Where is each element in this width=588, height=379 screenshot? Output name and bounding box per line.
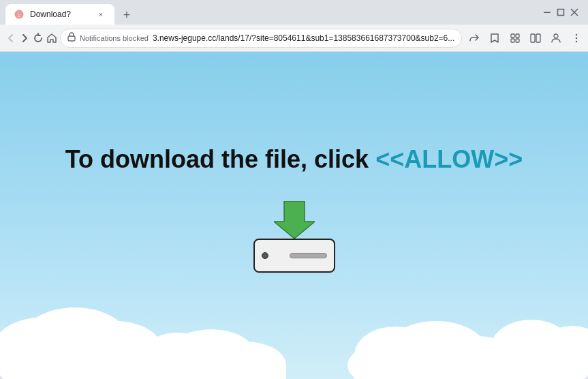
bookmark-button[interactable] [485, 29, 504, 48]
clouds-bottom [0, 270, 588, 379]
svg-rect-11 [531, 34, 535, 42]
svg-point-15 [576, 37, 577, 38]
svg-rect-8 [516, 34, 519, 37]
tab-title: Download? [30, 10, 90, 19]
active-tab[interactable]: ↓ Download? × [5, 4, 114, 25]
url-display: 3.news-jegupe.cc/lands/17/?site=8054611&… [153, 33, 454, 43]
svg-point-14 [576, 33, 577, 35]
chrome-window: ↓ Download? × + [0, 0, 588, 379]
hard-drive-icon [253, 239, 335, 273]
svg-rect-31 [354, 364, 511, 379]
toolbar: Notifications blocked 3.news-jegupe.cc/l… [0, 25, 588, 52]
tab-close-button[interactable]: × [95, 9, 106, 20]
back-button[interactable] [5, 29, 16, 48]
svg-marker-36 [274, 201, 315, 239]
minimize-button[interactable] [542, 7, 553, 18]
maximize-button[interactable] [555, 7, 566, 18]
main-text-allow: <<ALLOW>> [375, 145, 523, 173]
split-button[interactable] [526, 29, 545, 48]
main-text-container: To download the file, click <<ALLOW>> [52, 132, 536, 187]
svg-text:↓: ↓ [18, 12, 21, 18]
svg-rect-12 [536, 34, 540, 42]
page-content: To download the file, click <<ALLOW>> [0, 52, 588, 379]
svg-rect-26 [136, 365, 286, 379]
download-arrow-icon [274, 201, 315, 239]
svg-rect-2 [544, 12, 551, 14]
toolbar-actions [465, 29, 586, 48]
hdd-slot [290, 253, 327, 258]
svg-point-16 [576, 40, 577, 42]
address-bar[interactable]: Notifications blocked 3.news-jegupe.cc/l… [60, 29, 462, 48]
share-button[interactable] [465, 29, 484, 48]
svg-rect-6 [68, 36, 75, 41]
menu-button[interactable] [567, 29, 586, 48]
forward-button[interactable] [19, 29, 30, 48]
main-text-prefix: To download the file, click [65, 145, 375, 173]
lock-icon [67, 32, 76, 44]
new-tab-button[interactable]: + [117, 5, 136, 25]
close-button[interactable] [569, 7, 580, 18]
profile-button[interactable] [546, 29, 566, 48]
extensions-button[interactable] [506, 29, 525, 48]
notifications-blocked-label: Notifications blocked [80, 34, 149, 42]
svg-rect-9 [511, 39, 514, 42]
svg-rect-3 [558, 10, 564, 16]
home-button[interactable] [46, 29, 57, 48]
hdd-led [262, 252, 268, 259]
tab-strip: ↓ Download? × + [5, 0, 542, 25]
reload-button[interactable] [33, 29, 44, 48]
download-illustration [253, 201, 335, 273]
title-bar: ↓ Download? × + [0, 0, 588, 25]
svg-rect-7 [511, 34, 514, 37]
svg-point-13 [554, 34, 558, 38]
svg-rect-10 [516, 39, 519, 42]
tab-favicon: ↓ [14, 9, 25, 20]
svg-rect-35 [491, 361, 588, 379]
window-controls [542, 7, 583, 18]
